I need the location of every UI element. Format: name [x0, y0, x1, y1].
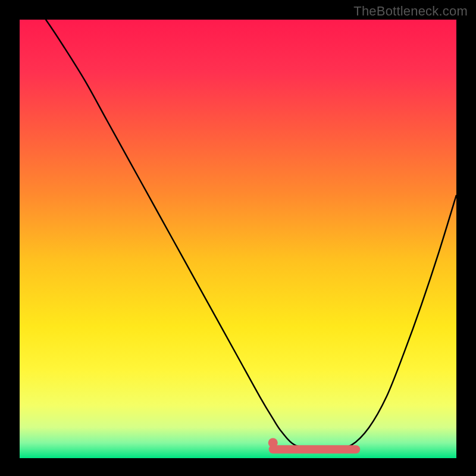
- chart-stage: TheBottleneck.com: [0, 0, 476, 476]
- bottleneck-plot: [0, 0, 476, 476]
- gradient-panel: [20, 20, 456, 458]
- watermark-text: TheBottleneck.com: [353, 4, 468, 19]
- marker-dot: [268, 438, 278, 447]
